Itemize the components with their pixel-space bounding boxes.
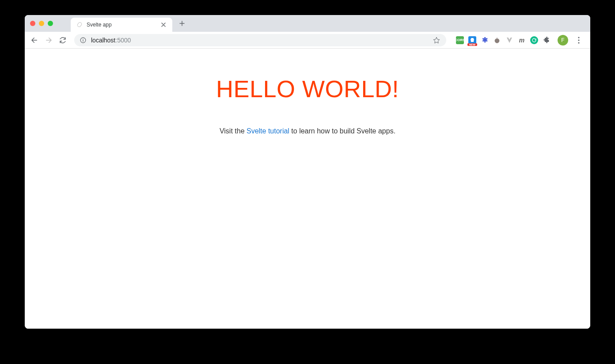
extension-pomodoro-icon[interactable] bbox=[493, 36, 501, 44]
svg-point-2 bbox=[83, 38, 83, 39]
svelte-tutorial-link[interactable]: Svelte tutorial bbox=[247, 127, 289, 135]
browser-toolbar: localhost:5000 CORS NEW ✱ m bbox=[25, 32, 590, 49]
extension-shopping-badge: NEW bbox=[467, 43, 477, 46]
address-bar[interactable]: localhost:5000 bbox=[74, 34, 446, 46]
profile-avatar[interactable]: F bbox=[558, 35, 568, 46]
extension-snowflake-icon[interactable]: ✱ bbox=[481, 36, 489, 44]
extension-cors-icon[interactable]: CORS bbox=[456, 36, 464, 44]
close-window-button[interactable] bbox=[30, 21, 35, 26]
extension-m-icon[interactable]: m bbox=[518, 36, 526, 44]
extension-shopping-icon[interactable]: NEW bbox=[468, 36, 476, 44]
extension-vue-icon[interactable] bbox=[505, 36, 513, 44]
address-host: localhost bbox=[91, 37, 115, 44]
svg-point-4 bbox=[578, 37, 579, 38]
intro-paragraph: Visit the Svelte tutorial to learn how t… bbox=[220, 127, 395, 135]
extensions-area: CORS NEW ✱ m F bbox=[452, 34, 587, 46]
minimize-window-button[interactable] bbox=[39, 21, 44, 26]
address-text: localhost:5000 bbox=[91, 37, 432, 44]
browser-menu-button[interactable] bbox=[573, 34, 585, 46]
intro-prefix: Visit the bbox=[220, 127, 247, 135]
close-tab-button[interactable] bbox=[160, 21, 167, 28]
page-heading: HELLO WORLD! bbox=[216, 75, 399, 102]
svg-point-6 bbox=[578, 42, 579, 43]
address-port: :5000 bbox=[115, 37, 131, 44]
reload-button[interactable] bbox=[57, 34, 69, 46]
new-tab-button[interactable] bbox=[176, 17, 188, 30]
svg-point-3 bbox=[495, 38, 500, 43]
browser-window: Svelte app localhost:5000 bbox=[25, 15, 590, 329]
intro-suffix: to learn how to build Svelte apps. bbox=[289, 127, 395, 135]
svg-point-5 bbox=[578, 39, 579, 41]
bookmark-star-button[interactable] bbox=[432, 36, 441, 45]
tab-bar: Svelte app bbox=[25, 15, 590, 32]
back-button[interactable] bbox=[28, 34, 41, 46]
browser-tab[interactable]: Svelte app bbox=[71, 18, 172, 32]
site-info-icon[interactable] bbox=[80, 37, 87, 44]
tab-title: Svelte app bbox=[87, 22, 160, 28]
maximize-window-button[interactable] bbox=[48, 21, 53, 26]
svelte-favicon-icon bbox=[76, 21, 83, 28]
forward-button[interactable] bbox=[42, 34, 55, 46]
page-content: HELLO WORLD! Visit the Svelte tutorial t… bbox=[25, 49, 590, 329]
window-controls bbox=[30, 21, 53, 26]
extensions-menu-icon[interactable] bbox=[543, 36, 550, 44]
extension-grammarly-icon[interactable] bbox=[530, 36, 538, 44]
